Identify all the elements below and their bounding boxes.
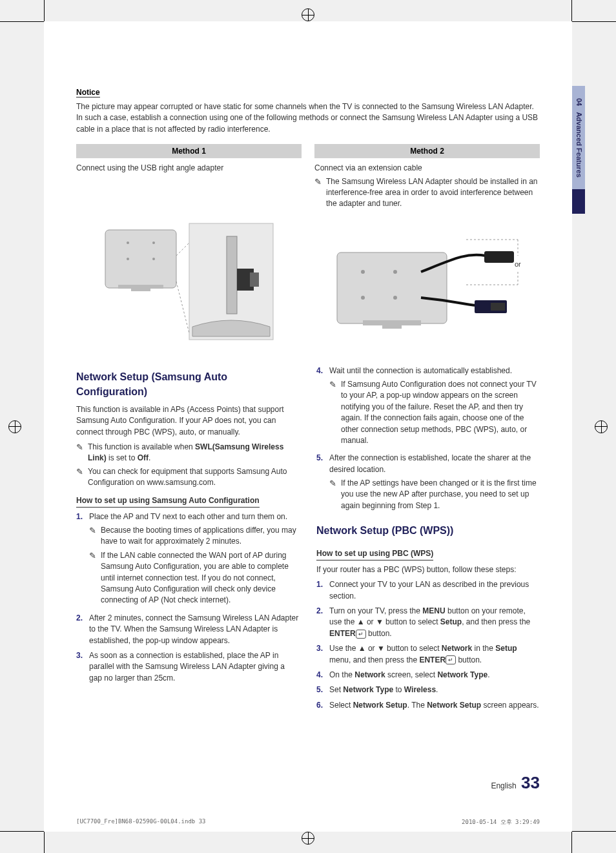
step-number: 1. bbox=[316, 579, 329, 602]
method2-note-text: The Samsung Wireless LAN Adapter should … bbox=[326, 176, 540, 209]
tab-text: Advanced Features bbox=[575, 112, 583, 177]
tab-num: 04 bbox=[575, 98, 583, 106]
two-column-body: Network Setup (Samsung Auto Configuratio… bbox=[76, 365, 540, 715]
pbc-step-6-text: Select Network Setup. The Network Setup … bbox=[329, 700, 540, 711]
side-tab-accent bbox=[572, 189, 585, 214]
note-icon: ✎ bbox=[329, 379, 341, 446]
note-icon: ✎ bbox=[89, 525, 101, 548]
method-headers-row: Method 1 Connect using the USB right ang… bbox=[76, 144, 540, 211]
side-tab: 04 Advanced Features bbox=[572, 86, 585, 214]
steps-list-pbc: 1. Connect your TV to your LAN as descri… bbox=[316, 579, 540, 711]
svg-rect-0 bbox=[105, 230, 176, 288]
pbc-step-4: 4. On the Network screen, select Network… bbox=[316, 670, 540, 681]
method1-header: Method 1 bbox=[76, 144, 302, 158]
registration-mark-icon bbox=[595, 420, 608, 433]
step-number: 5. bbox=[316, 453, 329, 514]
enter-icon: ↵ bbox=[446, 655, 456, 664]
registration-mark-icon bbox=[302, 8, 314, 21]
svg-rect-13 bbox=[337, 252, 447, 324]
step-1-note-b-text: If the LAN cable connected the WAN port … bbox=[101, 550, 300, 606]
svg-point-18 bbox=[361, 296, 365, 300]
note-icon: ✎ bbox=[76, 466, 88, 488]
step-3: 3. As soon as a connection is establishe… bbox=[76, 650, 300, 684]
note-swl: ✎ This function is available when SWL(Sa… bbox=[76, 442, 300, 464]
samsung-auto-para: This function is available in APs (Acces… bbox=[76, 404, 300, 438]
note-swl-text: This function is available when SWL(Sams… bbox=[88, 442, 300, 464]
svg-rect-20 bbox=[484, 251, 514, 263]
svg-point-3 bbox=[127, 242, 129, 244]
note-check-text: You can check for equipment that support… bbox=[88, 466, 300, 488]
method2-note: ✎ The Samsung Wireless LAN Adapter shoul… bbox=[314, 176, 540, 209]
section-title-pbc: Network Setup (PBC (WPS)) bbox=[316, 523, 540, 538]
svg-point-6 bbox=[152, 258, 155, 260]
registration-mark-icon bbox=[302, 832, 314, 845]
method2-subtitle: Connect via an extension cable bbox=[314, 163, 540, 172]
step-number: 2. bbox=[76, 613, 89, 646]
page-lang: English bbox=[491, 781, 516, 790]
notice-heading: Notice bbox=[76, 88, 100, 98]
crop-mark bbox=[571, 832, 572, 853]
step-number: 3. bbox=[316, 643, 329, 666]
subhead-pbc: How to set up using PBC (WPS) bbox=[316, 548, 433, 560]
svg-rect-2 bbox=[131, 289, 150, 291]
registration-mark-icon bbox=[8, 420, 21, 433]
steps-list-right-cont: 4. Wait until the connection is automati… bbox=[316, 365, 540, 515]
step-number: 5. bbox=[316, 684, 329, 695]
footer-left: [UC7700_Fre]BN68-02590G-00L04.indb 33 bbox=[76, 818, 205, 827]
step-number: 4. bbox=[316, 365, 329, 449]
svg-point-19 bbox=[393, 296, 397, 300]
right-column: 4. Wait until the connection is automati… bbox=[316, 365, 540, 715]
method2-illustration: or bbox=[314, 217, 540, 346]
step-1-note-a-text: Because the booting times of application… bbox=[101, 525, 300, 548]
svg-point-4 bbox=[152, 242, 155, 244]
pbc-step-3-text: Use the ▲ or ▼ button to select Network … bbox=[329, 643, 540, 666]
step-4-note-text: If Samsung Auto Configuration does not c… bbox=[341, 379, 540, 446]
svg-rect-10 bbox=[250, 272, 259, 287]
pbc-step-2: 2. Turn on your TV, press the MENU butto… bbox=[316, 606, 540, 639]
illustration-row: or bbox=[76, 217, 540, 346]
step-5-note: ✎ If the AP settings have been changed o… bbox=[329, 478, 540, 511]
steps-list-left: 1. Place the AP and TV next to each othe… bbox=[76, 511, 300, 684]
svg-point-17 bbox=[393, 270, 397, 274]
enter-icon: ↵ bbox=[356, 630, 366, 639]
step-4-text: Wait until the connection is automatical… bbox=[329, 366, 512, 375]
step-number: 1. bbox=[76, 511, 89, 609]
crop-mark bbox=[571, 0, 572, 21]
step-1-note-b: ✎ If the LAN cable connected the WAN por… bbox=[89, 550, 300, 606]
or-label: or bbox=[515, 260, 521, 268]
step-1: 1. Place the AP and TV next to each othe… bbox=[76, 511, 300, 609]
pbc-step-1-text: Connect your TV to your LAN as described… bbox=[329, 579, 540, 602]
step-2-text: After 2 minutes, connect the Samsung Wir… bbox=[89, 613, 300, 646]
svg-rect-14 bbox=[363, 320, 421, 325]
subhead-samsung-auto: How to set up using Samsung Auto Configu… bbox=[76, 495, 260, 507]
pbc-step-3: 3. Use the ▲ or ▼ button to select Netwo… bbox=[316, 643, 540, 666]
step-1-text: Place the AP and TV next to each other a… bbox=[89, 512, 287, 521]
step-3-text: As soon as a connection is established, … bbox=[89, 650, 300, 684]
step-number: 3. bbox=[76, 650, 89, 684]
section-title-samsung-auto: Network Setup (Samsung Auto Configuratio… bbox=[76, 369, 300, 399]
step-number: 4. bbox=[316, 670, 329, 681]
method1-subtitle: Connect using the USB right angle adapte… bbox=[76, 163, 302, 172]
page-number: English 33 bbox=[491, 773, 540, 793]
svg-rect-15 bbox=[382, 325, 402, 329]
pbc-step-4-text: On the Network screen, select Network Ty… bbox=[329, 670, 540, 681]
svg-line-11 bbox=[176, 243, 189, 256]
notice-paragraph: The picture may appear corrupted or have… bbox=[76, 101, 540, 135]
note-icon: ✎ bbox=[329, 478, 341, 511]
method1-illustration bbox=[76, 217, 302, 346]
step-4-note: ✎ If Samsung Auto Configuration does not… bbox=[329, 379, 540, 446]
svg-rect-26 bbox=[491, 303, 505, 311]
footer-right: 2010-05-14 오후 3:29:49 bbox=[462, 818, 540, 827]
svg-rect-8 bbox=[227, 236, 237, 314]
note-icon: ✎ bbox=[314, 176, 326, 209]
crop-mark bbox=[572, 21, 616, 22]
step-4: 4. Wait until the connection is automati… bbox=[316, 365, 540, 449]
step-number: 2. bbox=[316, 606, 329, 639]
pbc-step-2-text: Turn on your TV, press the MENU button o… bbox=[329, 606, 540, 639]
crop-mark bbox=[0, 831, 44, 832]
crop-mark bbox=[572, 831, 616, 832]
method2-header: Method 2 bbox=[314, 144, 540, 158]
pbc-step-1: 1. Connect your TV to your LAN as descri… bbox=[316, 579, 540, 602]
svg-rect-1 bbox=[118, 285, 163, 289]
page-num-value: 33 bbox=[521, 773, 540, 792]
